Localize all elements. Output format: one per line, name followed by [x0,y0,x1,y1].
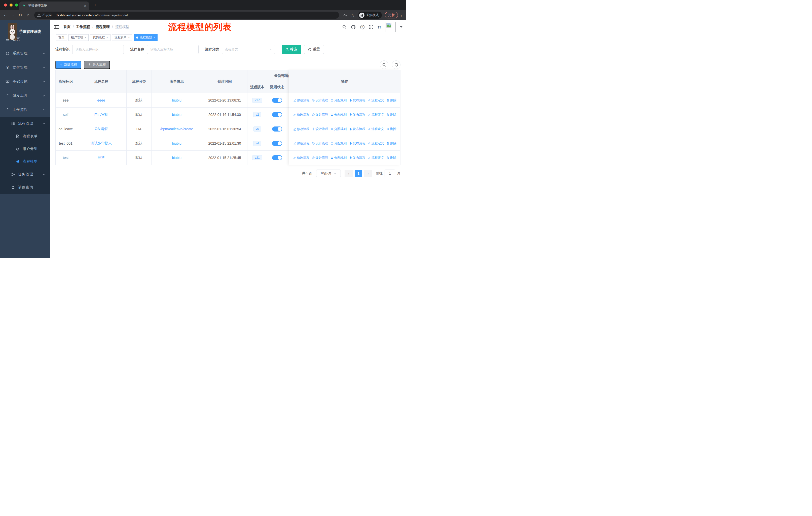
deploy-process-link[interactable]: 发布流程 [349,141,366,146]
form-info-link[interactable]: biubiu [172,113,181,117]
delete-link[interactable]: 删除 [386,141,397,146]
active-toggle[interactable] [272,112,282,117]
tag-my-process[interactable]: 我的流程× [90,34,110,41]
next-page-button[interactable]: › [364,170,372,177]
breadcrumb-process-management[interactable]: 流程管理 [96,25,110,29]
update-button[interactable]: 更新 [385,12,398,19]
sidebar-item-devtools[interactable]: 研发工具 [0,89,50,103]
deploy-process-link[interactable]: 发布流程 [349,156,366,160]
sidebar-collapse-icon[interactable] [54,24,59,29]
github-icon[interactable] [351,25,356,29]
edit-process-link[interactable]: 修改流程 [293,98,310,103]
search-button[interactable]: 搜索 [282,45,301,54]
help-icon[interactable]: ? [360,25,365,29]
assign-rule-link[interactable]: 分配规则 [330,141,347,146]
reload-icon[interactable]: ⟳ [17,11,24,19]
process-definition-link[interactable]: 流程定义 [368,156,384,160]
search-icon[interactable] [342,25,347,29]
key-icon[interactable] [342,11,349,19]
active-toggle[interactable] [272,141,282,146]
create-process-button[interactable]: 新建流程 [55,61,81,69]
prev-page-button[interactable]: ‹ [345,170,353,177]
not-secure-label[interactable]: 不安全 [42,13,52,18]
browser-menu-icon[interactable]: ⋮ [399,13,404,18]
sidebar-item-system[interactable]: 系统管理 [0,46,50,60]
deploy-process-link[interactable]: 发布流程 [349,113,366,117]
active-toggle[interactable] [272,127,282,132]
process-definition-link[interactable]: 流程定义 [368,113,384,117]
tag-tenant[interactable]: 租户管理× [68,34,89,41]
window-controls[interactable] [4,3,18,6]
form-info-link[interactable]: biubiu [172,156,181,160]
import-process-button[interactable]: 导入流程 [84,61,110,69]
reset-button[interactable]: 重置 [304,45,324,54]
process-category-select[interactable]: 流程分类 [222,45,275,54]
form-info-link[interactable]: /bpm/oa/leave/create [160,127,193,131]
fullscreen-icon[interactable] [369,25,374,29]
delete-link[interactable]: 删除 [386,113,397,117]
tag-close-icon[interactable]: × [106,36,108,39]
process-name-link[interactable]: 自己审批 [94,112,108,117]
close-window-button[interactable] [4,3,7,6]
table-refresh-button[interactable] [392,60,401,69]
avatar[interactable] [386,22,396,32]
tag-process-model[interactable]: 流程模型× [134,34,157,41]
sidebar-item-workflow[interactable]: 工作流程 [0,103,50,117]
browser-tab[interactable]: 芋道管理系统 × [19,1,89,10]
form-info-link[interactable]: biubiu [172,141,181,145]
deploy-process-link[interactable]: 发布流程 [349,127,366,131]
tab-close-icon[interactable]: × [84,4,86,7]
sidebar-item-user-group[interactable]: 用户分组 [0,143,50,155]
assign-rule-link[interactable]: 分配规则 [330,127,347,131]
process-key-input[interactable] [72,45,124,54]
text-size-icon[interactable]: tT [378,25,381,29]
page-url[interactable]: dashboard.yudao.iocoder.cn/bpm/manager/m… [56,13,128,17]
bookmark-star-icon[interactable]: ☆ [349,11,356,19]
home-icon[interactable]: ⌂ [25,11,32,19]
tag-close-icon[interactable]: × [85,36,86,39]
process-definition-link[interactable]: 流程定义 [368,127,384,131]
process-name-link[interactable]: 滔博 [98,156,105,160]
design-process-link[interactable]: 设计流程 [312,98,328,103]
tag-close-icon[interactable]: × [128,36,129,39]
assign-rule-link[interactable]: 分配规则 [330,113,347,117]
design-process-link[interactable]: 设计流程 [312,113,328,117]
goto-page-input[interactable] [385,169,395,177]
active-toggle[interactable] [272,98,282,103]
sidebar-item-payment[interactable]: ¥ 支付管理 [0,60,50,75]
sidebar-item-process-form[interactable]: 流程表单 [0,130,50,143]
address-bar[interactable]: 不安全 dashboard.yudao.iocoder.cn/bpm/manag… [34,11,339,19]
assign-rule-link[interactable]: 分配规则 [330,98,347,103]
process-name-link[interactable]: OA 请假 [95,127,108,131]
edit-process-link[interactable]: 修改流程 [293,127,310,131]
process-name-link[interactable]: 测试多审批人 [91,141,112,146]
design-process-link[interactable]: 设计流程 [312,141,328,146]
tag-close-icon[interactable]: × [153,36,155,39]
minimize-window-button[interactable] [9,3,12,6]
table-search-toggle-button[interactable] [380,60,388,69]
edit-process-link[interactable]: 修改流程 [293,141,310,146]
sidebar-item-task-management[interactable]: 任务管理 [0,168,50,181]
sidebar-item-process-management[interactable]: 流程管理 [0,117,50,130]
process-definition-link[interactable]: 流程定义 [368,98,384,103]
assign-rule-link[interactable]: 分配规则 [330,156,347,160]
current-page-button[interactable]: 1 [355,170,362,177]
back-icon[interactable]: ← [2,11,9,19]
delete-link[interactable]: 删除 [386,156,397,160]
avatar-caret-icon[interactable] [400,26,403,28]
forward-icon[interactable]: → [9,11,17,19]
tag-home[interactable]: 首页 [56,34,67,41]
edit-process-link[interactable]: 修改流程 [293,156,310,160]
sidebar-item-process-model[interactable]: 流程模型 [0,155,50,168]
zoom-window-button[interactable] [15,3,18,6]
sidebar-item-home[interactable]: 首页 [0,32,50,46]
sidebar-item-leave-query[interactable]: 请假查询 [0,181,50,194]
breadcrumb-home[interactable]: 首页 [63,25,70,29]
process-name-input[interactable] [147,45,199,54]
new-tab-button[interactable]: + [92,2,98,8]
form-info-link[interactable]: biubiu [172,98,181,102]
breadcrumb-workflow[interactable]: 工作流程 [76,25,90,29]
deploy-process-link[interactable]: 发布流程 [349,98,366,103]
active-toggle[interactable] [272,155,282,160]
process-name-link[interactable]: eeee [97,98,105,102]
